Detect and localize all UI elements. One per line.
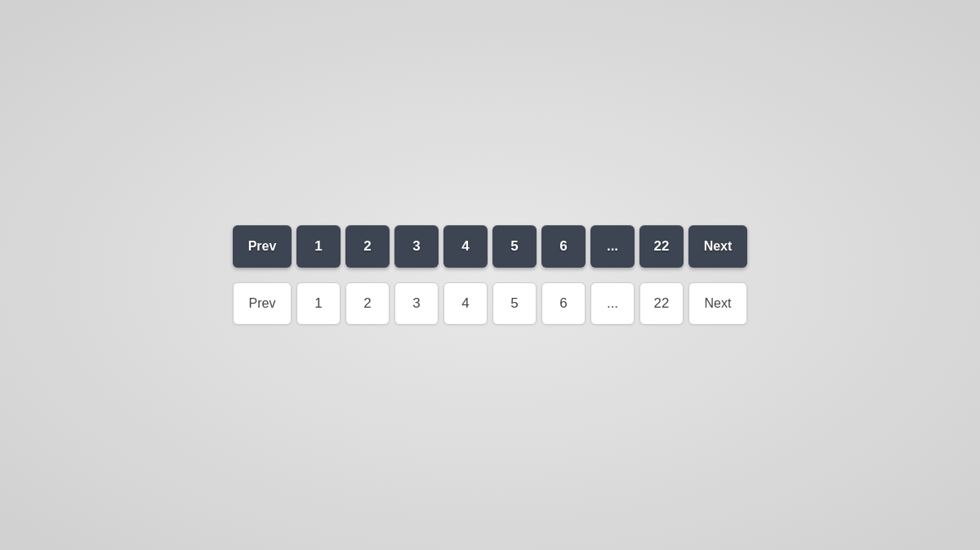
page-light-5-button[interactable]: 5 — [492, 282, 537, 325]
page-light-6-button[interactable]: 6 — [541, 282, 586, 325]
page-6-button[interactable]: 6 — [541, 225, 586, 268]
page-5-button[interactable]: 5 — [492, 225, 537, 268]
pagination-container: Prev123456...22Next Prev123456...22Next — [233, 225, 747, 325]
page-light-3-button[interactable]: 3 — [394, 282, 439, 325]
prev-button-light[interactable]: Prev — [233, 282, 292, 325]
pagination-light-row: Prev123456...22Next — [233, 282, 747, 325]
page-3-button[interactable]: 3 — [394, 225, 439, 268]
ellipsis-button[interactable]: ... — [590, 225, 635, 268]
page-light-4-button[interactable]: 4 — [443, 282, 488, 325]
pagination-dark-row: Prev123456...22Next — [233, 225, 747, 268]
page-4-button[interactable]: 4 — [443, 225, 488, 268]
ellipsis-button-light[interactable]: ... — [590, 282, 635, 325]
next-button[interactable]: Next — [688, 225, 747, 268]
page-light-2-button[interactable]: 2 — [345, 282, 390, 325]
page-light-22-button[interactable]: 22 — [639, 282, 684, 325]
page-22-button[interactable]: 22 — [639, 225, 684, 268]
page-2-button[interactable]: 2 — [345, 225, 390, 268]
page-light-1-button[interactable]: 1 — [296, 282, 341, 325]
page-1-button[interactable]: 1 — [296, 225, 341, 268]
prev-button[interactable]: Prev — [233, 225, 292, 268]
next-button-light[interactable]: Next — [688, 282, 747, 325]
